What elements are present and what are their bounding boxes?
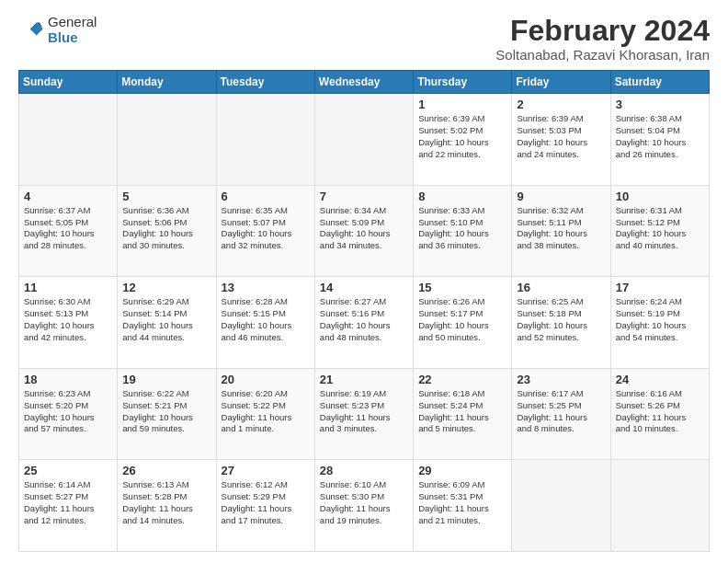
logo: General Blue: [18, 15, 97, 45]
cell-info: Sunrise: 6:17 AM Sunset: 5:25 PM Dayligh…: [517, 388, 605, 435]
header: General Blue February 2024 Soltanabad, R…: [18, 15, 710, 63]
cell-info: Sunrise: 6:34 AM Sunset: 5:09 PM Dayligh…: [320, 205, 408, 252]
calendar-week-row: 25Sunrise: 6:14 AM Sunset: 5:27 PM Dayli…: [19, 460, 710, 552]
calendar-week-row: 4Sunrise: 6:37 AM Sunset: 5:05 PM Daylig…: [19, 185, 710, 277]
day-number: 26: [122, 464, 210, 477]
cell-info: Sunrise: 6:19 AM Sunset: 5:23 PM Dayligh…: [320, 388, 408, 435]
cell-info: Sunrise: 6:14 AM Sunset: 5:27 PM Dayligh…: [24, 479, 112, 526]
day-number: 27: [222, 464, 310, 477]
day-number: 1: [418, 98, 506, 111]
day-number: 20: [222, 373, 310, 386]
day-number: 19: [122, 373, 210, 386]
cell-info: Sunrise: 6:23 AM Sunset: 5:20 PM Dayligh…: [24, 388, 112, 435]
calendar-cell: 1Sunrise: 6:39 AM Sunset: 5:02 PM Daylig…: [414, 94, 512, 186]
cell-info: Sunrise: 6:39 AM Sunset: 5:03 PM Dayligh…: [517, 113, 605, 160]
calendar-cell: 5Sunrise: 6:36 AM Sunset: 5:06 PM Daylig…: [118, 185, 216, 277]
cell-info: Sunrise: 6:18 AM Sunset: 5:24 PM Dayligh…: [418, 388, 506, 435]
calendar-cell: 25Sunrise: 6:14 AM Sunset: 5:27 PM Dayli…: [19, 460, 118, 552]
day-number: 23: [517, 373, 605, 386]
weekday-header-sunday: Sunday: [19, 71, 118, 94]
calendar-cell: 11Sunrise: 6:30 AM Sunset: 5:13 PM Dayli…: [19, 277, 118, 369]
day-number: 2: [517, 98, 605, 111]
main-title: February 2024: [495, 15, 710, 47]
cell-info: Sunrise: 6:29 AM Sunset: 5:14 PM Dayligh…: [122, 296, 210, 343]
calendar-week-row: 11Sunrise: 6:30 AM Sunset: 5:13 PM Dayli…: [19, 277, 710, 369]
cell-info: Sunrise: 6:25 AM Sunset: 5:18 PM Dayligh…: [517, 296, 605, 343]
logo-icon: [18, 17, 44, 43]
day-number: 29: [418, 464, 506, 477]
day-number: 25: [24, 464, 112, 477]
logo-blue: Blue: [48, 30, 97, 46]
cell-info: Sunrise: 6:27 AM Sunset: 5:16 PM Dayligh…: [320, 296, 408, 343]
calendar-cell: 21Sunrise: 6:19 AM Sunset: 5:23 PM Dayli…: [314, 368, 413, 460]
weekday-header-friday: Friday: [512, 71, 610, 94]
cell-info: Sunrise: 6:10 AM Sunset: 5:30 PM Dayligh…: [320, 479, 408, 526]
day-number: 5: [122, 190, 210, 203]
calendar-table: SundayMondayTuesdayWednesdayThursdayFrid…: [18, 70, 710, 552]
calendar-cell: 15Sunrise: 6:26 AM Sunset: 5:17 PM Dayli…: [414, 277, 512, 369]
day-number: 10: [616, 190, 704, 203]
weekday-header-wednesday: Wednesday: [314, 71, 413, 94]
calendar-cell: 3Sunrise: 6:38 AM Sunset: 5:04 PM Daylig…: [610, 94, 709, 186]
weekday-header-row: SundayMondayTuesdayWednesdayThursdayFrid…: [19, 71, 710, 94]
logo-general: General: [48, 15, 97, 30]
cell-info: Sunrise: 6:26 AM Sunset: 5:17 PM Dayligh…: [418, 296, 506, 343]
calendar-cell: [19, 94, 118, 186]
cell-info: Sunrise: 6:28 AM Sunset: 5:15 PM Dayligh…: [222, 296, 310, 343]
title-block: February 2024 Soltanabad, Razavi Khorasa…: [495, 15, 710, 63]
cell-info: Sunrise: 6:09 AM Sunset: 5:31 PM Dayligh…: [418, 479, 506, 526]
calendar-cell: 8Sunrise: 6:33 AM Sunset: 5:10 PM Daylig…: [414, 185, 512, 277]
cell-info: Sunrise: 6:38 AM Sunset: 5:04 PM Dayligh…: [616, 113, 704, 160]
subtitle: Soltanabad, Razavi Khorasan, Iran: [495, 47, 710, 63]
calendar-cell: 19Sunrise: 6:22 AM Sunset: 5:21 PM Dayli…: [118, 368, 216, 460]
weekday-header-tuesday: Tuesday: [216, 71, 314, 94]
calendar-cell: 28Sunrise: 6:10 AM Sunset: 5:30 PM Dayli…: [314, 460, 413, 552]
calendar-cell: 27Sunrise: 6:12 AM Sunset: 5:29 PM Dayli…: [216, 460, 314, 552]
calendar-cell: 12Sunrise: 6:29 AM Sunset: 5:14 PM Dayli…: [118, 277, 216, 369]
day-number: 3: [616, 98, 704, 111]
page: General Blue February 2024 Soltanabad, R…: [0, 0, 728, 563]
calendar-week-row: 1Sunrise: 6:39 AM Sunset: 5:02 PM Daylig…: [19, 94, 710, 186]
calendar-cell: 13Sunrise: 6:28 AM Sunset: 5:15 PM Dayli…: [216, 277, 314, 369]
cell-info: Sunrise: 6:36 AM Sunset: 5:06 PM Dayligh…: [122, 205, 210, 252]
day-number: 22: [418, 373, 506, 386]
day-number: 7: [320, 190, 408, 203]
cell-info: Sunrise: 6:37 AM Sunset: 5:05 PM Dayligh…: [24, 205, 112, 252]
cell-info: Sunrise: 6:32 AM Sunset: 5:11 PM Dayligh…: [517, 205, 605, 252]
cell-info: Sunrise: 6:22 AM Sunset: 5:21 PM Dayligh…: [122, 388, 210, 435]
calendar-cell: 7Sunrise: 6:34 AM Sunset: 5:09 PM Daylig…: [314, 185, 413, 277]
cell-info: Sunrise: 6:39 AM Sunset: 5:02 PM Dayligh…: [418, 113, 506, 160]
calendar-cell: 22Sunrise: 6:18 AM Sunset: 5:24 PM Dayli…: [414, 368, 512, 460]
calendar-cell: [512, 460, 610, 552]
calendar-cell: 9Sunrise: 6:32 AM Sunset: 5:11 PM Daylig…: [512, 185, 610, 277]
calendar-cell: [118, 94, 216, 186]
cell-info: Sunrise: 6:20 AM Sunset: 5:22 PM Dayligh…: [222, 388, 310, 435]
svg-marker-0: [30, 22, 43, 35]
calendar-cell: 26Sunrise: 6:13 AM Sunset: 5:28 PM Dayli…: [118, 460, 216, 552]
day-number: 6: [222, 190, 310, 203]
day-number: 12: [122, 281, 210, 294]
day-number: 28: [320, 464, 408, 477]
calendar-cell: 17Sunrise: 6:24 AM Sunset: 5:19 PM Dayli…: [610, 277, 709, 369]
cell-info: Sunrise: 6:35 AM Sunset: 5:07 PM Dayligh…: [222, 205, 310, 252]
cell-info: Sunrise: 6:31 AM Sunset: 5:12 PM Dayligh…: [616, 205, 704, 252]
weekday-header-saturday: Saturday: [610, 71, 709, 94]
calendar-cell: 20Sunrise: 6:20 AM Sunset: 5:22 PM Dayli…: [216, 368, 314, 460]
day-number: 24: [616, 373, 704, 386]
cell-info: Sunrise: 6:13 AM Sunset: 5:28 PM Dayligh…: [122, 479, 210, 526]
cell-info: Sunrise: 6:30 AM Sunset: 5:13 PM Dayligh…: [24, 296, 112, 343]
calendar-cell: [314, 94, 413, 186]
calendar-cell: 14Sunrise: 6:27 AM Sunset: 5:16 PM Dayli…: [314, 277, 413, 369]
day-number: 14: [320, 281, 408, 294]
day-number: 4: [24, 190, 112, 203]
logo-text: General Blue: [48, 15, 97, 45]
day-number: 9: [517, 190, 605, 203]
day-number: 17: [616, 281, 704, 294]
day-number: 16: [517, 281, 605, 294]
day-number: 21: [320, 373, 408, 386]
cell-info: Sunrise: 6:16 AM Sunset: 5:26 PM Dayligh…: [616, 388, 704, 435]
calendar-cell: 6Sunrise: 6:35 AM Sunset: 5:07 PM Daylig…: [216, 185, 314, 277]
calendar-cell: 4Sunrise: 6:37 AM Sunset: 5:05 PM Daylig…: [19, 185, 118, 277]
cell-info: Sunrise: 6:24 AM Sunset: 5:19 PM Dayligh…: [616, 296, 704, 343]
weekday-header-monday: Monday: [118, 71, 216, 94]
